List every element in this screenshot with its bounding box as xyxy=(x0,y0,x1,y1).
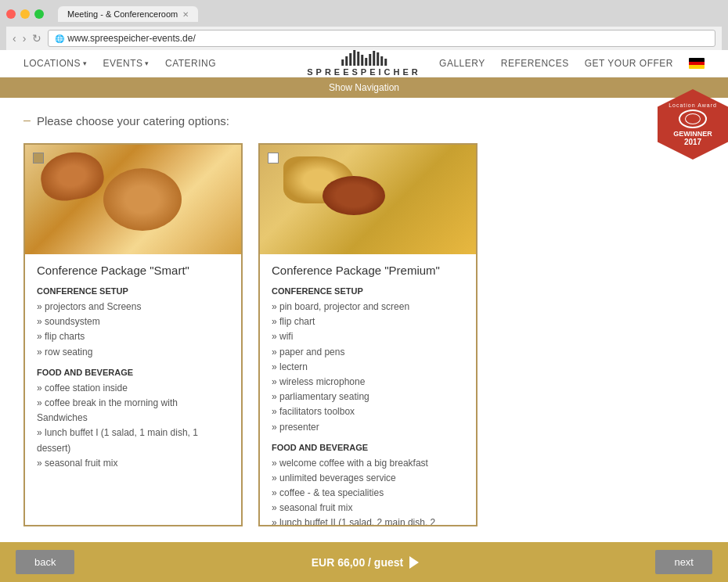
list-item: paper and pens xyxy=(272,345,464,360)
logo-text: SPREESPEICHER xyxy=(307,67,421,77)
back-button[interactable]: back xyxy=(16,550,74,574)
list-item: welcome coffee with a big breakfast xyxy=(272,456,464,471)
lock-icon: 🌐 xyxy=(55,34,64,43)
site-header: LOCATIONS ▾ EVENTS ▾ CATERING xyxy=(0,50,728,77)
site-logo[interactable]: SPREESPEICHER xyxy=(307,50,421,77)
list-item: flip charts xyxy=(37,329,229,344)
list-item: wireless microphone xyxy=(272,375,464,390)
card-smart-food-list: coffee station inside coffee break in th… xyxy=(37,381,229,471)
list-item: wifi xyxy=(272,329,464,344)
award-oval-icon xyxy=(679,110,707,128)
price-arrow-icon xyxy=(409,556,419,569)
tab-bar: Meeting - & Conferenceroom ✕ xyxy=(58,6,198,22)
card-smart-setup-label: CONFERENCE SETUP xyxy=(37,286,229,296)
main-content: – Please choose your catering options: C… xyxy=(0,98,728,542)
price-badge: EUR 66,00 / guest xyxy=(312,556,420,569)
card-premium-image xyxy=(260,145,476,254)
tab-title: Meeting - & Conferenceroom xyxy=(67,9,178,19)
list-item: facilitators toolbox xyxy=(272,404,464,419)
list-item: seasonal fruit mix xyxy=(272,501,464,516)
list-item: soundsystem xyxy=(37,314,229,329)
address-bar[interactable]: 🌐 www.spreespeicher-events.de/ xyxy=(48,30,715,47)
list-item: coffee - & tea specialities xyxy=(272,486,464,501)
price-text: EUR 66,00 / guest xyxy=(312,556,404,569)
card-smart-title: Conference Package "Smart" xyxy=(37,264,229,277)
card-smart: Conference Package "Smart" CONFERENCE SE… xyxy=(23,143,243,526)
nav-get-offer[interactable]: GET YOUR OFFER xyxy=(585,58,673,69)
close-button[interactable] xyxy=(6,9,16,19)
active-tab[interactable]: Meeting - & Conferenceroom ✕ xyxy=(58,6,198,22)
next-button[interactable]: next xyxy=(655,550,712,574)
bottom-bar: back EUR 66,00 / guest next xyxy=(0,542,728,582)
award-top-text: Location Award xyxy=(669,102,717,108)
card-premium-setup-list: pin board, projector and screen flip cha… xyxy=(272,300,464,435)
refresh-icon[interactable]: ↻ xyxy=(32,32,41,45)
list-item: coffee station inside xyxy=(37,381,229,396)
card-premium: Conference Package "Premium" CONFERENCE … xyxy=(258,143,478,526)
award-year-text: 2017 xyxy=(684,138,701,146)
address-bar-row: ‹ › ↻ 🌐 www.spreespeicher-events.de/ xyxy=(6,27,722,50)
list-item: lunch buffet II (1 salad, 2 main dish, 2… xyxy=(272,516,464,526)
award-oval-inner-icon xyxy=(685,113,701,124)
card-smart-checkbox[interactable] xyxy=(33,153,44,163)
card-smart-body: Conference Package "Smart" CONFERENCE SE… xyxy=(25,254,241,480)
events-arrow-icon: ▾ xyxy=(145,59,150,67)
logo-bars-icon xyxy=(307,50,421,66)
show-navigation-bar[interactable]: Show Navigation xyxy=(0,77,728,98)
traffic-lights xyxy=(6,9,44,19)
card-smart-food-label: FOOD AND BEVERAGE xyxy=(37,368,229,377)
dash-icon: – xyxy=(23,113,31,128)
list-item: flip chart xyxy=(272,314,464,329)
card-premium-setup-label: CONFERENCE SETUP xyxy=(272,286,464,296)
list-item: projectors and Screens xyxy=(37,300,229,314)
forward-nav-icon[interactable]: › xyxy=(23,32,27,45)
list-item: presenter xyxy=(272,420,464,435)
nav-right: GALLERY REFERENCES GET YOUR OFFER xyxy=(439,58,705,69)
card-premium-body: Conference Package "Premium" CONFERENCE … xyxy=(260,254,476,526)
back-nav-icon[interactable]: ‹ xyxy=(13,32,16,45)
german-flag-icon[interactable] xyxy=(689,58,705,69)
list-item: lunch buffet I (1 salad, 1 main dish, 1 … xyxy=(37,426,229,455)
card-premium-food-label: FOOD AND BEVERAGE xyxy=(272,443,464,452)
card-premium-title: Conference Package "Premium" xyxy=(272,264,464,277)
card-smart-setup-list: projectors and Screens soundsystem flip … xyxy=(37,300,229,360)
list-item: parliamentary seating xyxy=(272,390,464,404)
minimize-button[interactable] xyxy=(20,9,30,19)
nav-catering[interactable]: CATERING xyxy=(165,58,216,69)
url-text: www.spreespeicher-events.de/ xyxy=(67,33,195,44)
list-item: coffee break in the morning with Sandwic… xyxy=(37,396,229,426)
nav-references[interactable]: REFERENCES xyxy=(501,58,569,69)
nav-events[interactable]: EVENTS ▾ xyxy=(103,58,150,69)
section-title: – Please choose your catering options: xyxy=(23,113,705,128)
cards-container: Conference Package "Smart" CONFERENCE SE… xyxy=(23,143,705,526)
maximize-button[interactable] xyxy=(34,9,44,19)
page-content: LOCATIONS ▾ EVENTS ▾ CATERING xyxy=(0,50,728,566)
card-premium-checkbox[interactable] xyxy=(268,153,279,163)
card-premium-food-list: welcome coffee with a big breakfast unli… xyxy=(272,456,464,526)
list-item: unlimited beverages service xyxy=(272,471,464,486)
nav-left: LOCATIONS ▾ EVENTS ▾ CATERING xyxy=(23,58,216,69)
locations-arrow-icon: ▾ xyxy=(83,59,88,67)
browser-chrome: Meeting - & Conferenceroom ✕ ‹ › ↻ 🌐 www… xyxy=(0,0,728,50)
award-main-text: GEWINNER xyxy=(673,130,712,138)
list-item: lectern xyxy=(272,360,464,375)
list-item: seasonal fruit mix xyxy=(37,456,229,471)
list-item: row seating xyxy=(37,345,229,360)
tab-close-icon[interactable]: ✕ xyxy=(182,10,189,19)
list-item: pin board, projector and screen xyxy=(272,300,464,314)
card-smart-image xyxy=(25,145,241,254)
nav-gallery[interactable]: GALLERY xyxy=(439,58,485,69)
nav-locations[interactable]: LOCATIONS ▾ xyxy=(23,58,87,69)
